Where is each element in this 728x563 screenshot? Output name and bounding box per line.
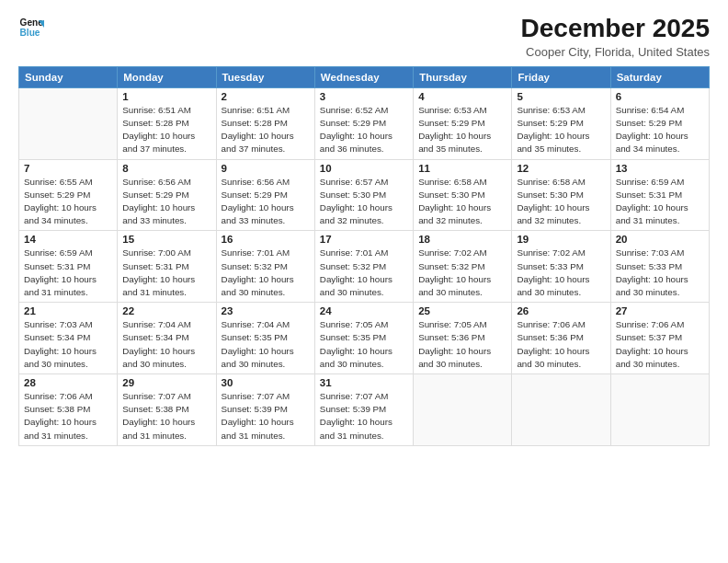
calendar-cell: 17Sunrise: 7:01 AM Sunset: 5:32 PM Dayli… [314,231,413,303]
day-info: Sunrise: 7:07 AM Sunset: 5:39 PM Dayligh… [320,390,408,442]
day-number: 26 [517,305,605,316]
day-number: 4 [418,91,506,102]
day-info: Sunrise: 7:03 AM Sunset: 5:34 PM Dayligh… [24,318,112,371]
calendar-cell: 12Sunrise: 6:58 AM Sunset: 5:30 PM Dayli… [512,159,610,231]
day-number: 18 [418,234,506,245]
day-number: 21 [24,305,112,316]
day-info: Sunrise: 7:00 AM Sunset: 5:31 PM Dayligh… [122,247,210,299]
header: General Blue December 2025 Cooper City, … [18,15,710,59]
calendar-header-row: SundayMondayTuesdayWednesdayThursdayFrid… [19,66,710,87]
day-info: Sunrise: 7:01 AM Sunset: 5:32 PM Dayligh… [320,247,408,299]
day-info: Sunrise: 6:58 AM Sunset: 5:30 PM Dayligh… [517,176,605,228]
day-number: 31 [320,377,408,388]
day-info: Sunrise: 7:06 AM Sunset: 5:36 PM Dayligh… [517,318,605,371]
day-header-sunday: Sunday [19,66,118,87]
day-number: 20 [616,234,704,245]
calendar-week-row: 21Sunrise: 7:03 AM Sunset: 5:34 PM Dayli… [19,303,710,374]
day-info: Sunrise: 7:02 AM Sunset: 5:33 PM Dayligh… [517,247,605,299]
calendar-cell: 14Sunrise: 6:59 AM Sunset: 5:31 PM Dayli… [19,231,118,303]
day-info: Sunrise: 7:06 AM Sunset: 5:37 PM Dayligh… [616,318,704,371]
calendar-cell: 11Sunrise: 6:58 AM Sunset: 5:30 PM Dayli… [414,159,512,231]
calendar-cell: 20Sunrise: 7:03 AM Sunset: 5:33 PM Dayli… [610,231,709,303]
day-number: 3 [320,91,408,102]
day-number: 5 [517,91,605,102]
day-number: 9 [222,163,310,174]
day-info: Sunrise: 6:53 AM Sunset: 5:29 PM Dayligh… [418,104,506,156]
svg-text:Blue: Blue [20,28,40,38]
day-number: 29 [122,377,210,388]
calendar-cell [19,87,118,159]
title-section: December 2025 Cooper City, Florida, Unit… [521,15,710,59]
day-number: 25 [418,305,506,316]
day-number: 11 [418,163,506,174]
calendar-cell: 30Sunrise: 7:07 AM Sunset: 5:39 PM Dayli… [216,374,314,446]
day-number: 8 [122,163,210,174]
calendar-week-row: 1Sunrise: 6:51 AM Sunset: 5:28 PM Daylig… [19,87,710,159]
calendar-cell: 29Sunrise: 7:07 AM Sunset: 5:38 PM Dayli… [118,374,216,446]
day-number: 23 [222,305,310,316]
calendar-cell: 2Sunrise: 6:51 AM Sunset: 5:28 PM Daylig… [216,87,314,159]
calendar-cell: 5Sunrise: 6:53 AM Sunset: 5:29 PM Daylig… [512,87,610,159]
calendar-cell: 23Sunrise: 7:04 AM Sunset: 5:35 PM Dayli… [216,303,314,374]
day-number: 2 [222,91,310,102]
page-container: General Blue December 2025 Cooper City, … [0,0,728,563]
day-number: 14 [24,234,112,245]
day-info: Sunrise: 6:57 AM Sunset: 5:30 PM Dayligh… [320,176,408,228]
calendar-cell: 4Sunrise: 6:53 AM Sunset: 5:29 PM Daylig… [414,87,512,159]
calendar-cell [414,374,512,446]
day-info: Sunrise: 7:04 AM Sunset: 5:34 PM Dayligh… [122,318,210,371]
calendar-cell: 16Sunrise: 7:01 AM Sunset: 5:32 PM Dayli… [216,231,314,303]
calendar-cell: 25Sunrise: 7:05 AM Sunset: 5:36 PM Dayli… [414,303,512,374]
calendar-week-row: 14Sunrise: 6:59 AM Sunset: 5:31 PM Dayli… [19,231,710,303]
calendar-cell: 7Sunrise: 6:55 AM Sunset: 5:29 PM Daylig… [19,159,118,231]
day-number: 12 [517,163,605,174]
calendar-cell: 6Sunrise: 6:54 AM Sunset: 5:29 PM Daylig… [610,87,709,159]
calendar-cell: 21Sunrise: 7:03 AM Sunset: 5:34 PM Dayli… [19,303,118,374]
day-number: 27 [616,305,704,316]
day-info: Sunrise: 6:58 AM Sunset: 5:30 PM Dayligh… [418,176,506,228]
day-info: Sunrise: 6:54 AM Sunset: 5:29 PM Dayligh… [616,104,704,156]
day-info: Sunrise: 6:53 AM Sunset: 5:29 PM Dayligh… [517,104,605,156]
month-title: December 2025 [521,15,710,43]
calendar-cell: 22Sunrise: 7:04 AM Sunset: 5:34 PM Dayli… [118,303,216,374]
day-info: Sunrise: 6:51 AM Sunset: 5:28 PM Dayligh… [222,104,310,156]
calendar-cell [512,374,610,446]
day-header-wednesday: Wednesday [314,66,413,87]
day-info: Sunrise: 7:03 AM Sunset: 5:33 PM Dayligh… [616,247,704,299]
day-info: Sunrise: 6:51 AM Sunset: 5:28 PM Dayligh… [122,104,210,156]
day-info: Sunrise: 6:56 AM Sunset: 5:29 PM Dayligh… [222,176,310,228]
logo: General Blue [18,15,44,40]
day-number: 22 [122,305,210,316]
calendar-cell [610,374,709,446]
day-number: 13 [616,163,704,174]
calendar-cell: 13Sunrise: 6:59 AM Sunset: 5:31 PM Dayli… [610,159,709,231]
calendar: SundayMondayTuesdayWednesdayThursdayFrid… [18,66,710,446]
calendar-cell: 10Sunrise: 6:57 AM Sunset: 5:30 PM Dayli… [314,159,413,231]
day-info: Sunrise: 7:01 AM Sunset: 5:32 PM Dayligh… [222,247,310,299]
calendar-cell: 8Sunrise: 6:56 AM Sunset: 5:29 PM Daylig… [118,159,216,231]
day-info: Sunrise: 7:05 AM Sunset: 5:36 PM Dayligh… [418,318,506,371]
day-number: 24 [320,305,408,316]
day-info: Sunrise: 6:55 AM Sunset: 5:29 PM Dayligh… [24,176,112,228]
day-number: 6 [616,91,704,102]
day-info: Sunrise: 7:06 AM Sunset: 5:38 PM Dayligh… [24,390,112,442]
day-info: Sunrise: 6:56 AM Sunset: 5:29 PM Dayligh… [122,176,210,228]
calendar-cell: 9Sunrise: 6:56 AM Sunset: 5:29 PM Daylig… [216,159,314,231]
day-header-friday: Friday [512,66,610,87]
day-number: 10 [320,163,408,174]
calendar-cell: 31Sunrise: 7:07 AM Sunset: 5:39 PM Dayli… [314,374,413,446]
day-info: Sunrise: 6:52 AM Sunset: 5:29 PM Dayligh… [320,104,408,156]
logo-icon: General Blue [18,15,44,40]
day-number: 7 [24,163,112,174]
calendar-cell: 26Sunrise: 7:06 AM Sunset: 5:36 PM Dayli… [512,303,610,374]
calendar-body: 1Sunrise: 6:51 AM Sunset: 5:28 PM Daylig… [19,87,710,445]
day-header-thursday: Thursday [414,66,512,87]
day-number: 19 [517,234,605,245]
calendar-cell: 18Sunrise: 7:02 AM Sunset: 5:32 PM Dayli… [414,231,512,303]
calendar-cell: 28Sunrise: 7:06 AM Sunset: 5:38 PM Dayli… [19,374,118,446]
calendar-cell: 3Sunrise: 6:52 AM Sunset: 5:29 PM Daylig… [314,87,413,159]
day-info: Sunrise: 7:04 AM Sunset: 5:35 PM Dayligh… [222,318,310,371]
calendar-cell: 27Sunrise: 7:06 AM Sunset: 5:37 PM Dayli… [610,303,709,374]
calendar-cell: 1Sunrise: 6:51 AM Sunset: 5:28 PM Daylig… [118,87,216,159]
day-number: 15 [122,234,210,245]
